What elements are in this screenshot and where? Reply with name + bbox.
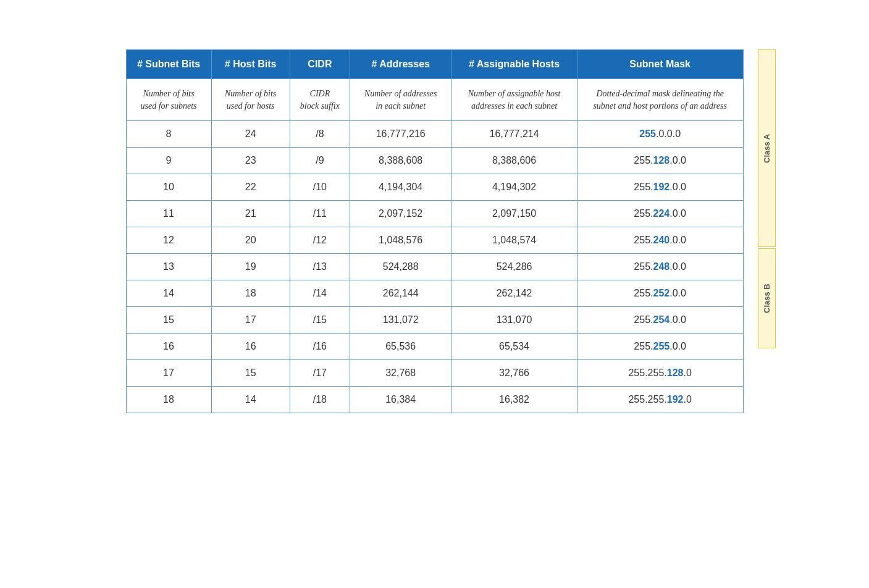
subheader-row: Number of bits used for subnetsNumber of… xyxy=(126,79,743,121)
subnet-mask-cell: 255.0.0.0 xyxy=(577,121,743,148)
addresses-cell: 1,048,576 xyxy=(350,227,451,254)
addresses-cell: 2,097,152 xyxy=(350,201,451,227)
table-row: 1517/15131,072131,070255.254.0.0 xyxy=(126,307,743,334)
cidr-cell: /9 xyxy=(290,148,350,174)
cidr-cell: /18 xyxy=(290,387,350,413)
subheader-cell-3: Number of addresses in each subnet xyxy=(350,79,451,121)
header-row: # Subnet Bits# Host BitsCIDR# Addresses#… xyxy=(126,50,743,79)
subnet-bits-cell: 16 xyxy=(126,334,211,360)
subheader-cell-1: Number of bits used for hosts xyxy=(211,79,290,121)
host-bits-cell: 20 xyxy=(211,227,290,254)
assignable-cell: 524,286 xyxy=(451,254,577,280)
subheader-cell-2: CIDR block suffix xyxy=(290,79,350,121)
cidr-cell: /16 xyxy=(290,334,350,360)
subnet-mask-cell: 255.192.0.0 xyxy=(577,174,743,201)
subnet-mask-cell: 255.255.0.0 xyxy=(577,334,743,360)
subnet-mask-cell: 255.252.0.0 xyxy=(577,280,743,307)
subnet-mask-cell: 255.255.128.0 xyxy=(577,360,743,387)
table-row: 1022/104,194,3044,194,302255.192.0.0 xyxy=(126,174,743,201)
cidr-cell: /8 xyxy=(290,121,350,148)
host-bits-cell: 23 xyxy=(211,148,290,174)
subnet-chart-table: # Subnet Bits# Host BitsCIDR# Addresses#… xyxy=(126,49,744,413)
host-bits-cell: 24 xyxy=(211,121,290,148)
addresses-cell: 32,768 xyxy=(350,360,451,387)
subnet-bits-cell: 15 xyxy=(126,307,211,334)
header-cell-3: # Addresses xyxy=(350,50,451,79)
assignable-cell: 32,766 xyxy=(451,360,577,387)
table-row: 1319/13524,288524,286255.248.0.0 xyxy=(126,254,743,280)
class-b-label: Class B xyxy=(758,248,776,348)
cidr-cell: /12 xyxy=(290,227,350,254)
table-row: 1121/112,097,1522,097,150255.224.0.0 xyxy=(126,201,743,227)
header-cell-4: # Assignable Hosts xyxy=(451,50,577,79)
cidr-cell: /15 xyxy=(290,307,350,334)
table-row: 1715/1732,76832,766255.255.128.0 xyxy=(126,360,743,387)
addresses-cell: 131,072 xyxy=(350,307,451,334)
host-bits-cell: 22 xyxy=(211,174,290,201)
subnet-bits-cell: 12 xyxy=(126,227,211,254)
addresses-cell: 262,144 xyxy=(350,280,451,307)
cidr-cell: /13 xyxy=(290,254,350,280)
assignable-cell: 2,097,150 xyxy=(451,201,577,227)
host-bits-cell: 14 xyxy=(211,387,290,413)
subnet-mask-cell: 255.224.0.0 xyxy=(577,201,743,227)
subnet-bits-cell: 13 xyxy=(126,254,211,280)
subnet-bits-cell: 8 xyxy=(126,121,211,148)
subheader-cell-5: Dotted-decimal mask delineating the subn… xyxy=(577,79,743,121)
subnet-mask-cell: 255.254.0.0 xyxy=(577,307,743,334)
subnet-bits-cell: 10 xyxy=(126,174,211,201)
subheader-cell-4: Number of assignable host addresses in e… xyxy=(451,79,577,121)
subheader-cell-0: Number of bits used for subnets xyxy=(126,79,211,121)
assignable-cell: 8,388,606 xyxy=(451,148,577,174)
subnet-bits-cell: 17 xyxy=(126,360,211,387)
subnet-bits-cell: 11 xyxy=(126,201,211,227)
host-bits-cell: 18 xyxy=(211,280,290,307)
host-bits-cell: 19 xyxy=(211,254,290,280)
subnet-bits-cell: 18 xyxy=(126,387,211,413)
cidr-cell: /11 xyxy=(290,201,350,227)
table-row: 1220/121,048,5761,048,574255.240.0.0 xyxy=(126,227,743,254)
table-row: 824/816,777,21616,777,214255.0.0.0 xyxy=(126,121,743,148)
subnet-mask-cell: 255.248.0.0 xyxy=(577,254,743,280)
table-row: 1616/1665,53665,534255.255.0.0 xyxy=(126,334,743,360)
header-cell-2: CIDR xyxy=(290,50,350,79)
addresses-cell: 65,536 xyxy=(350,334,451,360)
host-bits-cell: 16 xyxy=(211,334,290,360)
addresses-cell: 16,777,216 xyxy=(350,121,451,148)
subnet-mask-cell: 255.240.0.0 xyxy=(577,227,743,254)
addresses-cell: 4,194,304 xyxy=(350,174,451,201)
subnet-mask-cell: 255.255.192.0 xyxy=(577,387,743,413)
assignable-cell: 1,048,574 xyxy=(451,227,577,254)
table-wrapper: # Subnet Bits# Host BitsCIDR# Addresses#… xyxy=(126,49,744,413)
assignable-cell: 16,777,214 xyxy=(451,121,577,148)
assignable-cell: 4,194,302 xyxy=(451,174,577,201)
table-row: 1814/1816,38416,382255.255.192.0 xyxy=(126,387,743,413)
cidr-cell: /14 xyxy=(290,280,350,307)
class-side-labels: Class A Class B xyxy=(758,49,776,348)
addresses-cell: 16,384 xyxy=(350,387,451,413)
assignable-cell: 65,534 xyxy=(451,334,577,360)
header-cell-0: # Subnet Bits xyxy=(126,50,211,79)
subnet-bits-cell: 9 xyxy=(126,148,211,174)
assignable-cell: 131,070 xyxy=(451,307,577,334)
host-bits-cell: 17 xyxy=(211,307,290,334)
host-bits-cell: 15 xyxy=(211,360,290,387)
assignable-cell: 262,142 xyxy=(451,280,577,307)
table-row: 923/98,388,6088,388,606255.128.0.0 xyxy=(126,148,743,174)
addresses-cell: 524,288 xyxy=(350,254,451,280)
header-cell-5: Subnet Mask xyxy=(577,50,743,79)
addresses-cell: 8,388,608 xyxy=(350,148,451,174)
cidr-cell: /10 xyxy=(290,174,350,201)
subnet-mask-cell: 255.128.0.0 xyxy=(577,148,743,174)
assignable-cell: 16,382 xyxy=(451,387,577,413)
table-row: 1418/14262,144262,142255.252.0.0 xyxy=(126,280,743,307)
class-a-label: Class A xyxy=(758,49,776,247)
page-container: # Subnet Bits# Host BitsCIDR# Addresses#… xyxy=(126,25,744,413)
cidr-cell: /17 xyxy=(290,360,350,387)
header-cell-1: # Host Bits xyxy=(211,50,290,79)
subnet-bits-cell: 14 xyxy=(126,280,211,307)
host-bits-cell: 21 xyxy=(211,201,290,227)
